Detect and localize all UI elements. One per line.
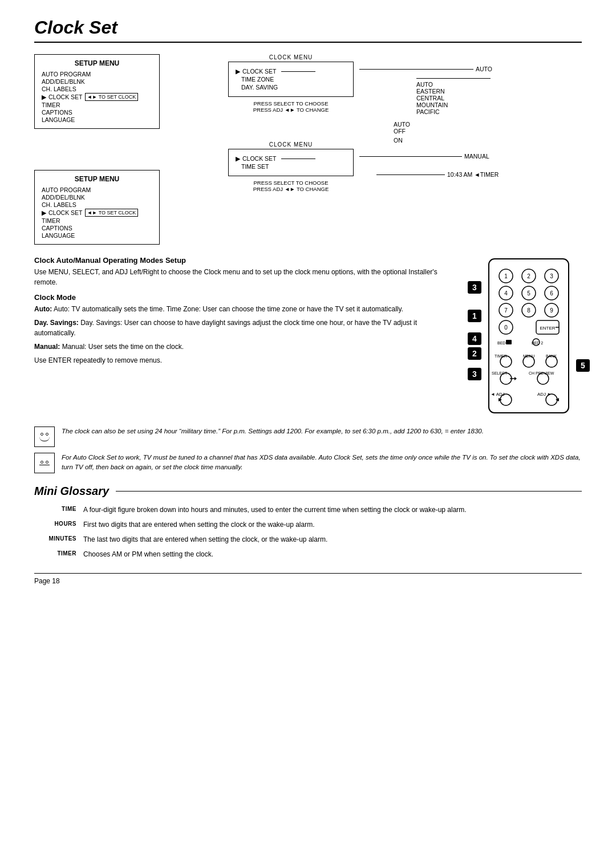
- glossary-row-minutes: MINUTES The last two digits that are ent…: [34, 532, 582, 547]
- clock-menu-manual-section: CLOCK MENU ▶ CLOCK SET TIME SET PRESS SE…: [228, 141, 582, 192]
- ds-off: OFF: [394, 128, 492, 135]
- btn-2[interactable]: 2: [527, 273, 530, 279]
- ds-auto: AUTO: [394, 121, 492, 128]
- day-savings-bold: Day. Savings:: [34, 319, 79, 327]
- note-1-icon: [34, 427, 55, 447]
- manual-bold: Manual:: [34, 343, 60, 351]
- glossary-def-minutes: The last two digits that are entered whe…: [80, 532, 582, 547]
- menu-item-timer-1: TIMER: [42, 101, 152, 108]
- setup-menu-1: Setup Menu AUTO PROGRAM ADD/DEL/BLNK CH.…: [34, 54, 160, 129]
- remote-control-column: 3 1 4 2 3 1 2: [468, 256, 582, 417]
- manual-body: Manual: User sets the time on the clock.: [62, 343, 184, 351]
- step-badge-2: 2: [468, 347, 481, 360]
- glossary-row-timer: TIMER Chooses AM or PM when setting the …: [34, 547, 582, 562]
- glossary-table: TIME A four-digit figure broken down int…: [34, 502, 582, 562]
- clock-menu-2-box: ▶ CLOCK SET TIME SET: [228, 149, 354, 176]
- svg-rect-0: [489, 259, 569, 413]
- cm-arrow-2: ▶: [236, 155, 240, 162]
- glossary-def-time: A four-digit figure broken down into hou…: [80, 502, 582, 517]
- auto-options-section: AUTO AUTO EASTERN CENTRAL MOUNTAIN PACIF…: [359, 66, 492, 144]
- note-1-row: The clock can also be set using 24 hour …: [34, 427, 582, 447]
- press-select-2: PRESS SELECT TO CHOOSE: [228, 180, 354, 186]
- note-1-smile: [39, 437, 50, 441]
- bottom-divider: [34, 573, 582, 574]
- page-number: Page 18: [34, 577, 582, 585]
- btn-4[interactable]: 4: [504, 290, 508, 297]
- press-adj-1: PRESS ADJ ◄► TO CHANGE: [228, 107, 354, 113]
- step-badge-3b: 3: [468, 368, 481, 380]
- menu-item-auto-program-2: AUTO PROGRAM: [42, 186, 152, 193]
- clock-auto-heading: Clock Auto/Manual Operating Modes Setup: [34, 256, 456, 265]
- tz-eastern: EASTERN: [416, 88, 492, 95]
- page-title: Clock Set: [34, 17, 582, 38]
- auto-body: Auto: TV automatically sets the time. Ti…: [54, 305, 403, 313]
- auto-label: AUTO: [476, 66, 492, 72]
- tz-auto: AUTO: [416, 81, 492, 88]
- menu-item-add-del-2: ADD/DEL/BLNK: [42, 194, 152, 201]
- menu-item-add-del-1: ADD/DEL/BLNK: [42, 78, 152, 85]
- clock-auto-text: Use MENU, SELECT, and ADJ Left/Right to …: [34, 267, 456, 287]
- step-badge-3a: 3: [468, 281, 481, 294]
- press-adj-2: PRESS ADJ ◄► TO CHANGE: [228, 186, 354, 192]
- note-2-neutral: [39, 465, 50, 465]
- remote-svg: 1 2 3 4 5 6 7 8: [486, 256, 572, 416]
- cm-day-saving-text: DAY. SAVING: [241, 84, 278, 91]
- time-display-row: 10:43 AM ◄TIMER: [376, 171, 499, 178]
- note-2-icon: [34, 453, 55, 473]
- title-divider: [34, 42, 582, 43]
- btn-9[interactable]: 9: [550, 307, 553, 314]
- note-dot-2: [46, 433, 48, 436]
- to-set-clock-1: ◄► TO SET CLOCK: [85, 93, 139, 101]
- btn-8[interactable]: 8: [527, 307, 530, 314]
- menu-item-language-1: LANGUAGE: [42, 116, 152, 123]
- tz-pacific: PACIFIC: [416, 108, 492, 115]
- selected-arrow-2: ▶: [42, 209, 46, 216]
- cm-time-set-text: TIME SET: [241, 163, 269, 170]
- note-dot-4: [46, 461, 48, 464]
- svg-marker-20: [514, 377, 517, 380]
- to-set-clock-2: ◄► TO SET CLOCK: [85, 209, 139, 217]
- note-1-text: The clock can also be set using 24 hour …: [62, 427, 484, 436]
- setup-menu-2-title: Setup Menu: [42, 175, 152, 183]
- btn-1[interactable]: 1: [504, 273, 508, 279]
- cm-time-set-2: TIME SET: [236, 163, 346, 170]
- cm-day-saving-1: DAY. SAVING: [236, 84, 346, 91]
- menu-item-clock-set-2: ▶ CLOCK SET ◄► TO SET CLOCK: [42, 209, 152, 217]
- auto-line-row: AUTO: [359, 66, 492, 72]
- menu-item-ch-labels-1: CH. LABELS: [42, 86, 152, 92]
- clock-mode-heading: Clock Mode: [34, 293, 456, 302]
- btn-0[interactable]: 0: [504, 324, 508, 331]
- cm-dash-2: [281, 159, 315, 159]
- setup-menus-column: Setup Menu AUTO PROGRAM ADD/DEL/BLNK CH.…: [34, 54, 228, 245]
- glossary-row-hours: HOURS First two digits that are entered …: [34, 517, 582, 532]
- btn-7[interactable]: 7: [504, 307, 508, 314]
- note-2-dots: [40, 461, 48, 464]
- press-info-1: PRESS SELECT TO CHOOSE PRESS ADJ ◄► TO C…: [228, 100, 354, 113]
- cm-clock-set-text-1: CLOCK SET: [242, 68, 277, 75]
- clock-menu-auto-wrap: CLOCK MENU ▶ CLOCK SET TIME ZONE DAY. SA…: [228, 54, 354, 113]
- note-dot-3: [40, 461, 43, 464]
- note-dot-1: [40, 433, 43, 436]
- btn-5[interactable]: 5: [527, 290, 530, 297]
- day-savings-text: Day. Savings: Day. Savings: User can cho…: [34, 318, 456, 338]
- glossary-term-minutes: MINUTES: [34, 532, 80, 547]
- step-badge-4: 4: [468, 332, 481, 345]
- manual-label: MANUAL: [464, 153, 489, 160]
- clock-menu-2-label: CLOCK MENU: [228, 141, 354, 148]
- time-connector: [376, 174, 445, 175]
- btn-enter[interactable]: ENTER: [540, 326, 555, 331]
- day-saving-options: AUTO OFF ON: [394, 121, 492, 144]
- btn-3[interactable]: 3: [550, 273, 553, 279]
- press-info-2: PRESS SELECT TO CHOOSE PRESS ADJ ◄► TO C…: [228, 180, 354, 192]
- glossary-rule: [116, 491, 582, 492]
- clock-menu-1-label: CLOCK MENU: [228, 54, 354, 60]
- manual-options-section: MANUAL 10:43 AM ◄TIMER: [359, 153, 499, 178]
- cm-arrow-1: ▶: [236, 68, 240, 75]
- clock-menu-manual-wrap: CLOCK MENU ▶ CLOCK SET TIME SET PRESS SE…: [228, 141, 354, 192]
- diagrams-section: Setup Menu AUTO PROGRAM ADD/DEL/BLNK CH.…: [34, 54, 582, 245]
- btn-6[interactable]: 6: [550, 290, 553, 297]
- step-badges: 3 1 4 2 3: [468, 256, 481, 417]
- time-display: 10:43 AM ◄TIMER: [447, 171, 499, 178]
- glossary-term-hours: HOURS: [34, 517, 80, 532]
- mini-glossary-title-text: Mini Glossary: [34, 485, 109, 498]
